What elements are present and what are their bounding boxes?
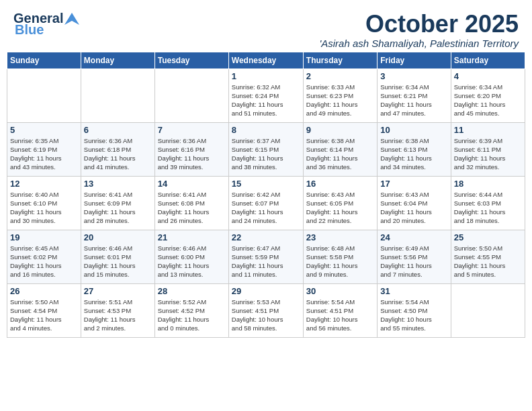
calendar-cell: 28Sunrise: 5:52 AM Sunset: 4:52 PM Dayli… xyxy=(154,283,228,337)
calendar-cell: 19Sunrise: 6:45 AM Sunset: 6:02 PM Dayli… xyxy=(7,230,81,283)
day-info: Sunrise: 6:48 AM Sunset: 5:58 PM Dayligh… xyxy=(306,244,374,279)
day-number: 28 xyxy=(158,286,226,296)
day-number: 9 xyxy=(306,125,374,135)
day-info: Sunrise: 5:50 AM Sunset: 4:54 PM Dayligh… xyxy=(10,298,78,333)
day-number: 12 xyxy=(10,179,78,189)
day-info: Sunrise: 6:37 AM Sunset: 6:15 PM Dayligh… xyxy=(232,136,300,172)
day-info: Sunrise: 5:52 AM Sunset: 4:52 PM Dayligh… xyxy=(158,298,226,333)
calendar-cell xyxy=(451,283,525,337)
day-number: 26 xyxy=(10,286,78,296)
calendar-cell: 14Sunrise: 6:41 AM Sunset: 6:08 PM Dayli… xyxy=(154,176,228,230)
day-number: 1 xyxy=(232,71,300,81)
day-info: Sunrise: 6:40 AM Sunset: 6:10 PM Dayligh… xyxy=(10,190,78,226)
title-section: October 2025 'Asirah ash Shamaliyah, Pal… xyxy=(319,11,519,49)
day-number: 23 xyxy=(306,232,374,242)
logo-blue: Blue xyxy=(15,22,44,38)
calendar-cell: 2Sunrise: 6:33 AM Sunset: 6:23 PM Daylig… xyxy=(303,68,377,122)
calendar-week-5: 26Sunrise: 5:50 AM Sunset: 4:54 PM Dayli… xyxy=(7,283,525,337)
day-info: Sunrise: 6:41 AM Sunset: 6:08 PM Dayligh… xyxy=(158,190,226,226)
calendar-cell: 30Sunrise: 5:54 AM Sunset: 4:51 PM Dayli… xyxy=(303,283,377,337)
day-info: Sunrise: 5:54 AM Sunset: 4:50 PM Dayligh… xyxy=(380,298,447,333)
calendar-cell: 4Sunrise: 6:34 AM Sunset: 6:20 PM Daylig… xyxy=(451,68,525,122)
calendar-table: SundayMondayTuesdayWednesdayThursdayFrid… xyxy=(7,52,525,338)
month-title: October 2025 xyxy=(319,11,519,38)
weekday-header-tuesday: Tuesday xyxy=(154,52,228,68)
weekday-header-wednesday: Wednesday xyxy=(228,52,303,68)
day-info: Sunrise: 6:41 AM Sunset: 6:09 PM Dayligh… xyxy=(84,190,152,226)
day-number: 30 xyxy=(306,286,374,296)
calendar-cell: 10Sunrise: 6:38 AM Sunset: 6:13 PM Dayli… xyxy=(378,122,451,176)
calendar-cell: 27Sunrise: 5:51 AM Sunset: 4:53 PM Dayli… xyxy=(81,283,154,337)
day-number: 13 xyxy=(84,179,152,189)
calendar-cell: 21Sunrise: 6:46 AM Sunset: 6:00 PM Dayli… xyxy=(154,230,228,283)
calendar-cell: 22Sunrise: 6:47 AM Sunset: 5:59 PM Dayli… xyxy=(228,230,303,283)
day-number: 5 xyxy=(10,125,78,135)
day-info: Sunrise: 6:35 AM Sunset: 6:19 PM Dayligh… xyxy=(10,136,78,172)
day-number: 14 xyxy=(158,179,226,189)
calendar-cell: 16Sunrise: 6:43 AM Sunset: 6:05 PM Dayli… xyxy=(303,176,377,230)
day-info: Sunrise: 6:38 AM Sunset: 6:13 PM Dayligh… xyxy=(380,136,447,172)
calendar-week-1: 1Sunrise: 6:32 AM Sunset: 6:24 PM Daylig… xyxy=(7,68,525,122)
day-info: Sunrise: 6:42 AM Sunset: 6:07 PM Dayligh… xyxy=(232,190,300,226)
weekday-header-monday: Monday xyxy=(81,52,154,68)
day-info: Sunrise: 6:33 AM Sunset: 6:23 PM Dayligh… xyxy=(306,83,374,118)
day-number: 2 xyxy=(306,71,374,81)
day-number: 24 xyxy=(380,232,447,242)
calendar-cell: 6Sunrise: 6:36 AM Sunset: 6:18 PM Daylig… xyxy=(81,122,154,176)
calendar-week-2: 5Sunrise: 6:35 AM Sunset: 6:19 PM Daylig… xyxy=(7,122,525,176)
calendar-cell: 13Sunrise: 6:41 AM Sunset: 6:09 PM Dayli… xyxy=(81,176,154,230)
weekday-header-thursday: Thursday xyxy=(303,52,377,68)
day-number: 22 xyxy=(232,232,300,242)
day-info: Sunrise: 6:44 AM Sunset: 6:03 PM Dayligh… xyxy=(454,190,522,226)
day-info: Sunrise: 6:36 AM Sunset: 6:16 PM Dayligh… xyxy=(158,136,226,172)
day-number: 8 xyxy=(232,125,300,135)
weekday-header-friday: Friday xyxy=(378,52,451,68)
calendar-cell: 29Sunrise: 5:53 AM Sunset: 4:51 PM Dayli… xyxy=(228,283,303,337)
day-info: Sunrise: 6:43 AM Sunset: 6:05 PM Dayligh… xyxy=(306,190,374,226)
calendar-cell xyxy=(81,68,154,122)
calendar-cell xyxy=(7,68,81,122)
calendar-cell: 11Sunrise: 6:39 AM Sunset: 6:11 PM Dayli… xyxy=(451,122,525,176)
day-number: 21 xyxy=(158,232,226,242)
calendar-cell: 20Sunrise: 6:46 AM Sunset: 6:01 PM Dayli… xyxy=(81,230,154,283)
day-number: 29 xyxy=(232,286,300,296)
day-info: Sunrise: 6:38 AM Sunset: 6:14 PM Dayligh… xyxy=(306,136,374,172)
day-info: Sunrise: 6:36 AM Sunset: 6:18 PM Dayligh… xyxy=(84,136,152,172)
day-info: Sunrise: 5:53 AM Sunset: 4:51 PM Dayligh… xyxy=(232,298,300,333)
day-info: Sunrise: 6:32 AM Sunset: 6:24 PM Dayligh… xyxy=(232,83,300,118)
calendar-header-row: SundayMondayTuesdayWednesdayThursdayFrid… xyxy=(7,52,525,68)
day-info: Sunrise: 5:50 AM Sunset: 4:55 PM Dayligh… xyxy=(454,244,522,279)
day-info: Sunrise: 6:49 AM Sunset: 5:56 PM Dayligh… xyxy=(380,244,447,279)
page-header: General Blue October 2025 'Asirah ash Sh… xyxy=(7,7,525,49)
day-number: 25 xyxy=(454,232,522,242)
day-number: 4 xyxy=(454,71,522,81)
day-number: 27 xyxy=(84,286,152,296)
day-number: 19 xyxy=(10,232,78,242)
day-number: 20 xyxy=(84,232,152,242)
location-title: 'Asirah ash Shamaliyah, Palestinian Terr… xyxy=(319,38,519,49)
day-info: Sunrise: 5:51 AM Sunset: 4:53 PM Dayligh… xyxy=(84,298,152,333)
weekday-header-saturday: Saturday xyxy=(451,52,525,68)
day-info: Sunrise: 6:34 AM Sunset: 6:21 PM Dayligh… xyxy=(380,83,447,118)
day-info: Sunrise: 6:45 AM Sunset: 6:02 PM Dayligh… xyxy=(10,244,78,279)
day-number: 10 xyxy=(380,125,447,135)
day-number: 18 xyxy=(454,179,522,189)
logo-bird-icon xyxy=(64,13,79,25)
calendar-cell: 8Sunrise: 6:37 AM Sunset: 6:15 PM Daylig… xyxy=(228,122,303,176)
day-info: Sunrise: 6:39 AM Sunset: 6:11 PM Dayligh… xyxy=(454,136,522,172)
day-number: 6 xyxy=(84,125,152,135)
day-number: 31 xyxy=(380,286,447,296)
logo: General Blue xyxy=(13,11,79,38)
calendar-cell: 9Sunrise: 6:38 AM Sunset: 6:14 PM Daylig… xyxy=(303,122,377,176)
day-number: 3 xyxy=(380,71,447,81)
calendar-cell: 31Sunrise: 5:54 AM Sunset: 4:50 PM Dayli… xyxy=(378,283,451,337)
calendar-cell: 24Sunrise: 6:49 AM Sunset: 5:56 PM Dayli… xyxy=(378,230,451,283)
day-info: Sunrise: 6:47 AM Sunset: 5:59 PM Dayligh… xyxy=(232,244,300,279)
day-number: 17 xyxy=(380,179,447,189)
svg-marker-0 xyxy=(64,13,79,25)
day-info: Sunrise: 6:46 AM Sunset: 6:00 PM Dayligh… xyxy=(158,244,226,279)
day-info: Sunrise: 6:43 AM Sunset: 6:04 PM Dayligh… xyxy=(380,190,447,226)
calendar-cell: 12Sunrise: 6:40 AM Sunset: 6:10 PM Dayli… xyxy=(7,176,81,230)
calendar-cell: 1Sunrise: 6:32 AM Sunset: 6:24 PM Daylig… xyxy=(228,68,303,122)
day-info: Sunrise: 5:54 AM Sunset: 4:51 PM Dayligh… xyxy=(306,298,374,333)
